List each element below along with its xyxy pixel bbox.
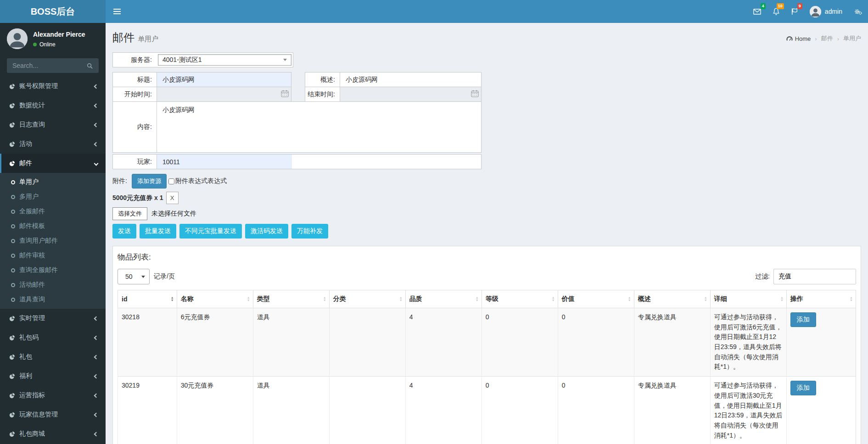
attachment-expression-checkbox[interactable]: 附件表达式表达式 <box>168 177 227 185</box>
checkbox[interactable] <box>168 178 174 184</box>
sidebar-menu-item[interactable]: 实时管理 <box>0 309 106 328</box>
action-button[interactable]: 批量发送 <box>140 224 176 239</box>
calendar-icon[interactable] <box>281 90 289 99</box>
sidebar-menu-item[interactable]: 礼包码 <box>0 328 106 347</box>
sidebar-submenu-item[interactable]: 多用户 <box>0 189 106 204</box>
column-header[interactable]: 类型▲▼ <box>253 290 329 308</box>
sidebar-menu-item[interactable]: 礼包 <box>0 347 106 366</box>
chevron-left-icon <box>94 355 99 359</box>
tasks-menu[interactable]: 9 <box>785 0 804 23</box>
column-header[interactable]: 分类▲▼ <box>329 290 405 308</box>
envelope-icon <box>753 9 761 15</box>
table-row: 3021930元充值券道具400专属兑换道具可通过参与活动获得，使用后可激活30… <box>118 377 856 444</box>
sidebar-toggle-icon[interactable] <box>106 0 129 23</box>
breadcrumb-item[interactable]: Home <box>786 35 811 42</box>
table-cell: 6元充值券 <box>177 308 253 377</box>
sidebar-menu-item[interactable]: 账号权限管理 <box>0 77 106 96</box>
column-header[interactable]: 名称▲▼ <box>177 290 253 308</box>
table-cell: 0 <box>558 308 634 377</box>
action-button[interactable]: 不同元宝批量发送 <box>179 224 242 239</box>
sidebar-submenu-item[interactable]: 邮件模板 <box>0 219 106 233</box>
table-cell: 可通过参与活动获得，使用后可激活30元充值，使用日期截止至1月12日23:59，… <box>710 377 786 444</box>
sidebar-menu-item[interactable]: 福利 <box>0 366 106 386</box>
calendar-icon[interactable] <box>471 90 479 99</box>
settings-button[interactable] <box>848 0 868 23</box>
sidebar-submenu-item[interactable]: 全服邮件 <box>0 204 106 219</box>
circle-icon <box>11 254 15 258</box>
sidebar-menu-item[interactable]: 日志查询 <box>0 115 106 134</box>
end-time-input[interactable] <box>340 87 481 101</box>
column-header[interactable]: 概述▲▼ <box>634 290 710 308</box>
sidebar-menu: 账号权限管理数据统计日志查询活动邮件单用户多用户全服邮件邮件模板查询用户邮件邮件… <box>0 77 106 444</box>
choose-file-button[interactable]: 选择文件 <box>112 207 147 220</box>
chevron-left-icon <box>94 374 99 378</box>
app-logo[interactable]: BOSS后台 <box>0 0 106 23</box>
column-header[interactable]: 品质▲▼ <box>405 290 482 308</box>
sort-icon: ▲▼ <box>171 296 174 302</box>
column-header[interactable]: 操作▲▼ <box>786 290 856 308</box>
caret-down-icon <box>141 276 145 278</box>
page-size-select[interactable]: 50 <box>118 269 150 284</box>
action-button[interactable]: 万能补发 <box>291 224 328 239</box>
page-size-value: 50 <box>125 273 133 280</box>
column-header[interactable]: id▲▼ <box>118 290 177 308</box>
title-input[interactable] <box>157 72 291 87</box>
start-time-input[interactable] <box>157 87 291 101</box>
sort-icon: ▲▼ <box>552 296 555 302</box>
sidebar-user-name: Alexander Pierce <box>33 31 85 38</box>
column-header[interactable]: 等级▲▼ <box>482 290 558 308</box>
action-button[interactable]: 发送 <box>112 224 136 239</box>
table-header-row: id▲▼名称▲▼类型▲▼分类▲▼品质▲▼等级▲▼价值▲▼概述▲▼详细▲▼操作▲▼ <box>118 290 856 308</box>
summary-row: 概述: <box>305 72 482 87</box>
sidebar-menu-item[interactable]: 邮件 <box>0 154 106 173</box>
table-cell: 专属兑换道具 <box>634 377 710 444</box>
add-resource-button[interactable]: 添加资源 <box>132 174 167 189</box>
player-input[interactable] <box>157 155 292 169</box>
sidebar-menu-item[interactable]: 活动 <box>0 134 106 154</box>
content-textarea[interactable]: 小皮源码网 <box>157 102 481 152</box>
user-menu[interactable]: admin <box>804 0 848 23</box>
notifications-menu[interactable]: 10 <box>767 0 785 23</box>
sidebar-menu-item[interactable]: 运营指标 <box>0 386 106 405</box>
pie-chart-icon <box>8 335 16 341</box>
sidebar-submenu-item[interactable]: 道具查询 <box>0 292 106 307</box>
remove-attachment-button[interactable]: X <box>166 192 179 204</box>
add-button[interactable]: 添加 <box>790 381 816 395</box>
sidebar-submenu-item[interactable]: 查询用户邮件 <box>0 233 106 248</box>
notification-badge: 9 <box>797 3 802 9</box>
sidebar-menu-item[interactable]: 玩家信息管理 <box>0 405 106 424</box>
search-input[interactable] <box>7 58 81 73</box>
summary-input[interactable] <box>340 72 481 87</box>
filter-input[interactable] <box>773 269 856 284</box>
circle-icon <box>11 195 15 199</box>
pie-chart-icon <box>8 354 16 360</box>
breadcrumb-item[interactable]: 邮件 <box>821 34 833 43</box>
filter-label: 过滤: <box>755 272 770 281</box>
sidebar-submenu-item[interactable]: 单用户 <box>0 175 106 189</box>
search-button[interactable] <box>81 58 99 73</box>
table-toolbar: 50 记录/页 过滤: <box>113 263 861 289</box>
add-button[interactable]: 添加 <box>790 312 816 327</box>
sidebar-submenu-item[interactable]: 活动邮件 <box>0 278 106 292</box>
server-select[interactable]: 4001-测试区1 <box>158 54 291 66</box>
messages-menu[interactable]: 4 <box>747 0 767 23</box>
column-header[interactable]: 价值▲▼ <box>558 290 634 308</box>
player-label: 玩家: <box>113 155 157 169</box>
sidebar-user-panel: Alexander Pierce Online <box>0 23 106 54</box>
action-button[interactable]: 激活码发送 <box>245 224 288 239</box>
chevron-left-icon <box>94 335 99 340</box>
sort-icon: ▲▼ <box>850 296 853 302</box>
column-header[interactable]: 详细▲▼ <box>710 290 786 308</box>
online-status[interactable]: Online <box>33 41 85 48</box>
table-cell: 专属兑换道具 <box>634 308 710 377</box>
sidebar-menu-item[interactable]: 数据统计 <box>0 96 106 115</box>
sort-icon: ▲▼ <box>476 296 479 302</box>
search-icon <box>87 63 93 69</box>
sidebar-submenu-item[interactable]: 查询全服邮件 <box>0 263 106 278</box>
app-window: BOSS后台 4109 admin Alexander Pierce <box>0 0 868 444</box>
items-table: id▲▼名称▲▼类型▲▼分类▲▼品质▲▼等级▲▼价值▲▼概述▲▼详细▲▼操作▲▼… <box>118 290 856 444</box>
sidebar-submenu-item[interactable]: 邮件审核 <box>0 248 106 263</box>
sidebar-menu-item[interactable]: 礼包商城 <box>0 424 106 444</box>
attachment-chip: 5000元充值券 x 1 X <box>112 192 861 204</box>
table-cell: 0 <box>482 308 558 377</box>
